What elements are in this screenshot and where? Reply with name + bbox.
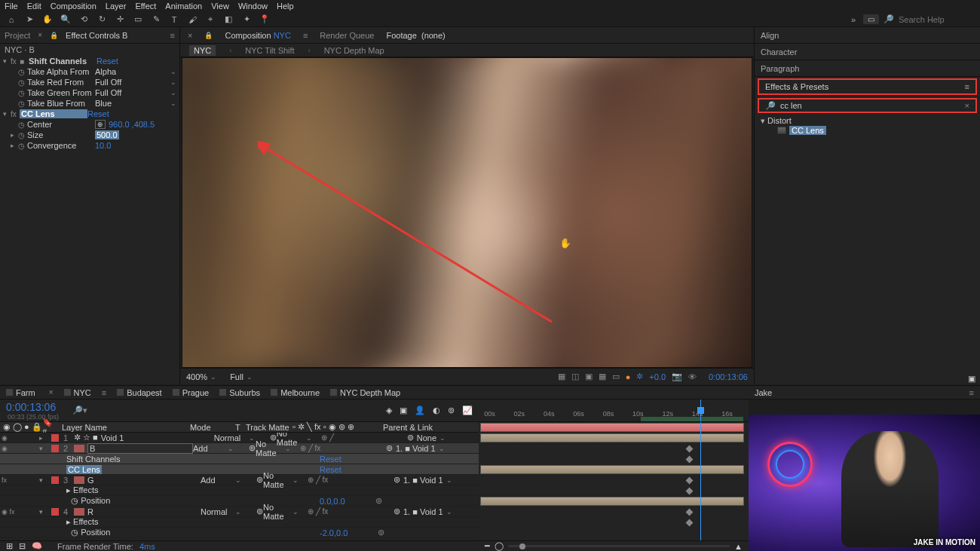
layer-name[interactable]: G [87,476,201,485]
3d-icon[interactable]: ▭ [612,372,620,381]
zoom-in-icon[interactable]: ▲ [734,542,743,551]
col-parent[interactable]: Parent & Link [383,423,443,432]
stopwatch-icon[interactable]: ◷ [18,131,27,139]
menu-layer[interactable]: Layer [106,2,127,11]
col-t[interactable]: T [235,423,246,432]
time-ruler[interactable]: 00s 02s 04s 06s 08s 10s 12s 14s 16s [479,399,749,422]
exposure-icon[interactable]: ✲ [636,372,643,381]
menu-file[interactable]: File [5,2,18,11]
effects-search-input[interactable] [780,101,960,110]
green-from-dropdown[interactable]: Full Off [95,88,121,97]
anchor-tool-icon[interactable]: ✛ [115,14,125,25]
hand-tool-icon[interactable]: ✋ [42,14,53,25]
col-layer-name[interactable]: Layer Name [59,423,190,432]
transparency-icon[interactable]: ▦ [599,372,606,381]
work-area-bar[interactable] [641,417,743,421]
render-queue-tab[interactable]: Render Queue [320,31,374,40]
crumb-nyc[interactable]: NYC [189,45,216,56]
reset-button[interactable]: Reset [96,57,118,66]
rotate-tool-icon[interactable]: ↻ [96,14,107,25]
zoom-dropdown[interactable]: 400%⌄ [186,372,216,381]
sublayer-effects[interactable]: ▸ Effects [0,517,479,528]
snapshot-icon[interactable]: 📷 [672,372,682,381]
workspace-pill[interactable]: ▭ [863,14,879,24]
timeline-zoom[interactable]: ━ ◯ ▲ [479,540,749,551]
composition-viewer[interactable]: ✋ [182,57,752,368]
draft-3d-icon[interactable]: ▣ [400,406,407,415]
puppet-tool-icon[interactable]: 📍 [259,14,270,25]
blend-mode-dropdown[interactable]: Add⌄ [201,476,246,485]
menu-effect[interactable]: Effect [135,2,156,11]
timeline-timecode[interactable]: 0:00:13:06 [6,401,59,413]
menu-animation[interactable]: Animation [165,2,202,11]
panel-menu-icon[interactable]: ≡ [969,388,974,397]
zoom-tool-icon[interactable]: 🔍 [60,14,71,25]
col-mode[interactable]: Mode [190,423,235,432]
grid-icon[interactable]: ▦ [558,372,565,381]
stopwatch-icon[interactable]: ◷ [18,68,27,76]
lock-icon[interactable]: 🔒 [204,32,213,39]
chevron-down-icon[interactable]: ⌄ [170,68,176,75]
layer-row[interactable]: ◉ ▾ 2 B Add⌄ ⊚ No Matte⌄ ⊕ ╱ fx ⊚ 1. ■ V… [0,443,479,454]
chevron-down-icon[interactable]: ⌄ [170,78,176,86]
effect-controls-tab[interactable]: Effect Controls B [66,31,127,40]
menu-composition[interactable]: Composition [51,2,96,11]
menu-help[interactable]: Help [277,2,294,11]
comp-tab-melbourne[interactable]: Melbourne [271,388,320,397]
twirl-icon[interactable]: ▸ [11,142,18,149]
panel-menu-icon[interactable]: ≡ [965,82,969,91]
composition-tab[interactable]: Composition NYC [225,31,290,40]
parent-dropdown[interactable]: ⊚ 1. ■ Void 1 ⌄ [394,507,454,516]
timeline-search-icon[interactable]: 🔎▾ [72,406,87,415]
toggle-brain-icon[interactable]: 🧠 [32,541,42,551]
clone-tool-icon[interactable]: ⌖ [205,14,216,25]
panel-menu-icon[interactable]: ≡ [170,31,175,40]
twirl-icon[interactable]: ▾ [3,57,11,65]
mask-icon[interactable]: ◫ [571,372,579,381]
region-icon[interactable]: ▣ [585,372,593,381]
chevron-down-icon[interactable]: ⌄ [170,89,176,96]
roto-tool-icon[interactable]: ✦ [241,14,252,25]
timeline-tracks[interactable] [479,422,749,540]
layer-row[interactable]: ◉ fx ▾ 4 R Normal⌄ ⊚ No Matte⌄ ⊕ ╱ fx ⊚ … [0,507,479,517]
layer-name[interactable]: R [87,507,201,516]
sublayer-effects[interactable]: ▸ Effects [0,485,479,496]
comp-tab-depth-map[interactable]: NYC Depth Map [330,388,400,397]
close-tab-icon[interactable]: × [188,31,192,40]
close-tab-icon[interactable]: × [38,31,42,39]
track-matte-dropdown[interactable]: ⊚ No Matte⌄ [256,471,303,489]
sublayer-cc-lens[interactable]: CC LensReset [0,464,479,475]
parent-dropdown[interactable]: ⊚ 1. ■ Void 1 ⌄ [394,475,454,485]
graph-editor-icon[interactable]: 📈 [462,406,473,415]
zoom-out-icon[interactable]: ━ [485,541,490,551]
current-time-indicator[interactable] [700,399,701,421]
alpha-from-dropdown[interactable]: Alpha [95,67,116,76]
pen-tool-icon[interactable]: ✎ [151,14,161,25]
fx-toggle-icon[interactable]: fx [11,110,20,118]
chevron-down-icon[interactable]: ⌄ [170,99,176,107]
shy-icon[interactable]: 👤 [415,406,425,415]
comp-tab-farm[interactable]: Farm [6,388,35,397]
stopwatch-icon[interactable]: ◷ [18,142,27,150]
effect-item-cc-lens[interactable]: CC Lens [761,126,974,135]
comp-tab-prague[interactable]: Prague [173,388,209,397]
layer-name[interactable]: B [87,443,193,454]
panel-menu-icon[interactable]: ≡ [102,388,106,397]
sublayer-position[interactable]: ◷ Position0.0,0.0⊚ [0,496,479,507]
track-matte-dropdown[interactable]: ⊚ No Matte⌄ [256,503,303,521]
clear-search-icon[interactable]: × [965,101,969,110]
info-panel-header[interactable]: Jake ≡ [749,386,980,399]
lock-icon[interactable]: 🔒 [50,32,58,39]
comp-tab-suburbs[interactable]: Suburbs [219,388,260,397]
track-matte-dropdown[interactable]: ⊚ No Matte⌄ [249,439,296,458]
rect-tool-icon[interactable]: ▭ [133,14,143,25]
blue-from-dropdown[interactable]: Blue [95,99,112,108]
reset-button[interactable]: Reset [87,109,109,118]
channel-icon[interactable]: ● [626,372,631,381]
crumb-depth-map[interactable]: NYC Depth Map [324,46,384,55]
parent-dropdown[interactable]: ⊚ None ⌄ [407,433,467,442]
stopwatch-icon[interactable]: ◷ [18,121,27,129]
twirl-icon[interactable]: ▾ [3,110,11,118]
sublayer-shift-channels[interactable]: Shift ChannelsReset [0,454,479,464]
viewer-timecode[interactable]: 0:00:13:06 [709,372,748,381]
